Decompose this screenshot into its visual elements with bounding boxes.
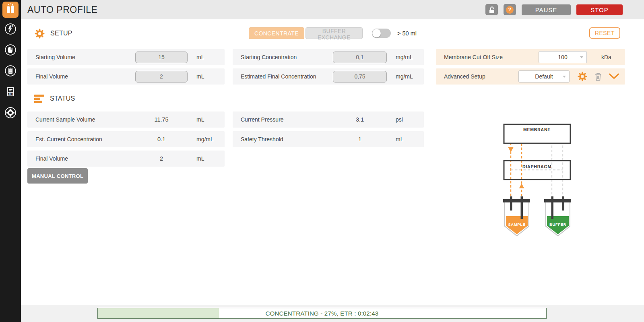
status-value: 1 [333, 136, 387, 142]
field-unit: mg/mL [387, 73, 424, 80]
advanced-setup-dropdown[interactable]: Default [518, 70, 570, 83]
status-label: Safety Threshold [233, 136, 333, 142]
advanced-setup-actions [577, 71, 619, 82]
trash-icon [594, 72, 602, 81]
status-title: STATUS [34, 93, 75, 105]
hand-icon [4, 44, 17, 56]
stop-button[interactable]: STOP [576, 4, 623, 15]
dropdown-value: 100 [558, 54, 567, 60]
status-unit: mg/mL [188, 136, 225, 142]
status-bars-icon [34, 94, 45, 103]
volume-toggle-group: > 50 ml [372, 29, 417, 38]
status-value: 2 [135, 155, 188, 162]
status-unit: psi [387, 116, 424, 123]
membrane-label: MEMBRANE [523, 127, 551, 132]
volume-toggle-switch[interactable] [372, 29, 391, 38]
status-unit: mL [387, 136, 424, 142]
status-label: Current Sample Volume [27, 116, 135, 123]
field-label: Membrane Cut Off Size [436, 54, 539, 60]
status-label: Est. Current Concentration [27, 136, 135, 142]
flow-arrow-down [508, 147, 514, 152]
chevron-down-icon [609, 73, 619, 80]
field-unit: mL [188, 54, 225, 60]
setup-header: SETUP CONCENTRATE BUFFER EXCHANGE > 50 m… [21, 27, 644, 39]
clipboard-icon [4, 65, 17, 77]
status-header: STATUS [21, 93, 644, 105]
svg-text:LOG: LOG [7, 93, 14, 95]
status-value: 11.75 [135, 116, 188, 123]
sample-container: SAMPLE [503, 196, 530, 236]
diaphragm-label: DIAPHRAGM [522, 164, 551, 169]
status-row-safety-threshold: Safety Threshold 1 mL [233, 131, 424, 147]
advanced-settings-button[interactable] [577, 71, 588, 82]
status-unit: mL [188, 155, 225, 162]
flow-diagram: MEMBRANE DIAPHRAGM SAMPLE BUFFER [463, 113, 592, 242]
buffer-container: BUFFER [544, 196, 571, 236]
setup-row-advanced-setup: Advanced Setup Default [436, 68, 625, 85]
help-button[interactable]: ? [504, 4, 516, 15]
lock-button[interactable] [485, 4, 498, 15]
dropdown-value: Default [535, 73, 553, 80]
chevron-down-icon [563, 76, 566, 78]
flow-arrow-up [519, 184, 524, 188]
field-label: Final Volume [27, 73, 135, 80]
manual-control-button[interactable]: MANUAL CONTROL [27, 168, 88, 184]
progress-bar: CONCENTRATING - 27%, ETR : 0:02:43 [97, 308, 547, 319]
status-row-final-volume: Final Volume 2 mL [27, 151, 225, 167]
setup-title: SETUP [34, 27, 72, 39]
field-label: Starting Concentration [233, 54, 333, 60]
status-unit: mL [188, 116, 225, 123]
bottom-bar: CONCENTRATING - 27%, ETR : 0:02:43 [21, 305, 644, 322]
status-label: Current Pressure [233, 116, 333, 123]
progress-label: CONCENTRATING - 27%, ETR : 0:02:43 [98, 308, 546, 318]
final-volume-input[interactable] [135, 71, 188, 83]
expand-advanced-button[interactable] [609, 73, 619, 80]
chevron-down-icon [580, 56, 583, 58]
topbar: AUTO PROFILE ? PAUSE STOP [21, 0, 644, 19]
gear-icon [34, 28, 45, 39]
topbar-actions: ? PAUSE STOP [485, 4, 623, 15]
sidebar-item-settings[interactable] [4, 107, 17, 119]
field-label: Estimated Final Concentration [233, 73, 333, 80]
diaphragm-box [504, 161, 570, 180]
setup-row-membrane-cutoff: Membrane Cut Off Size 100 kDa [436, 49, 625, 65]
status-row-current-pressure: Current Pressure 3.1 psi [233, 111, 424, 128]
field-label: Starting Volume [27, 54, 135, 60]
starting-volume-input[interactable] [135, 52, 188, 63]
svg-text:A: A [11, 25, 14, 28]
status-row-est-current-concentration: Est. Current Concentration 0.1 mg/mL [27, 131, 225, 147]
pause-button[interactable]: PAUSE [522, 4, 571, 15]
concentrate-button[interactable]: CONCENTRATE [249, 27, 304, 39]
setup-row-final-volume: Final Volume mL [27, 68, 225, 85]
sidebar: A [0, 0, 21, 322]
setup-title-label: SETUP [50, 30, 72, 37]
help-icon: ? [506, 6, 514, 14]
status-row-current-sample-volume: Current Sample Volume 11.75 mL [27, 111, 225, 128]
auto-mode-icon: A [4, 23, 17, 35]
flow-diagram-svg: MEMBRANE DIAPHRAGM SAMPLE BUFFER [463, 113, 592, 242]
sidebar-item-manual-mode[interactable] [4, 44, 17, 56]
status-title-label: STATUS [50, 95, 75, 102]
estimated-final-concentration-input[interactable] [333, 71, 387, 83]
page-title: AUTO PROFILE [27, 4, 97, 15]
buffer-exchange-button[interactable]: BUFFER EXCHANGE [305, 27, 363, 39]
membrane-cutoff-dropdown[interactable]: 100 [539, 51, 587, 63]
field-unit: mg/mL [387, 54, 424, 60]
status-value: 3.1 [333, 116, 387, 123]
reset-button[interactable]: RESET [589, 27, 620, 39]
buffer-label: BUFFER [549, 222, 566, 227]
sample-label: SAMPLE [508, 222, 525, 227]
sidebar-item-auto-mode[interactable]: A [4, 23, 17, 35]
sidebar-item-protocols[interactable] [4, 65, 17, 77]
tubes-logo-icon [2, 2, 19, 18]
wheel-icon [4, 107, 17, 119]
sidebar-item-log[interactable]: LOG [4, 86, 17, 98]
log-icon: LOG [4, 86, 17, 98]
app-logo [2, 2, 19, 18]
setup-row-starting-volume: Starting Volume mL [27, 49, 225, 65]
field-unit: kDa [587, 54, 625, 60]
volume-toggle-label: > 50 ml [397, 30, 417, 37]
delete-preset-button[interactable] [594, 72, 602, 81]
starting-concentration-input[interactable] [333, 52, 387, 63]
main-content: SETUP CONCENTRATE BUFFER EXCHANGE > 50 m… [21, 19, 644, 305]
